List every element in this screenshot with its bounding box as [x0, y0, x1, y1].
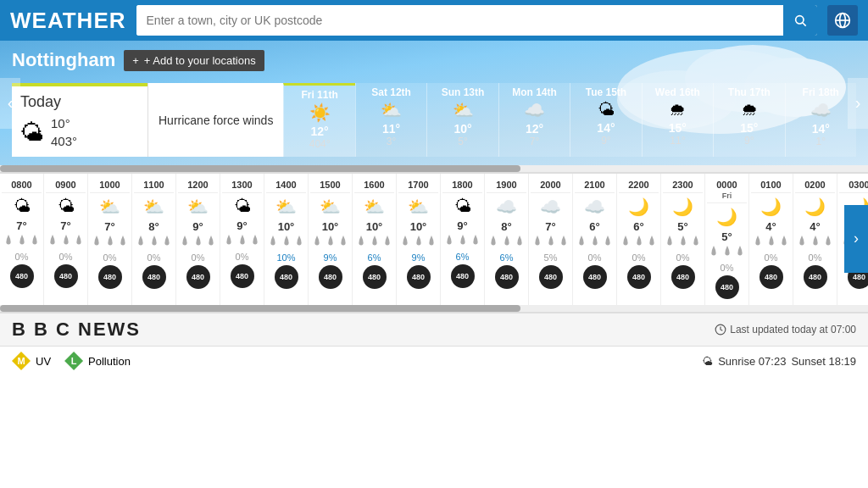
hour-rain-icon: [310, 236, 350, 250]
day-name: Sun 13th: [432, 86, 492, 98]
hour-temp: 10°: [310, 220, 350, 233]
hour-time: 0900: [46, 177, 86, 193]
hour-weather-icon: ⛅: [134, 197, 174, 217]
pollution-legend-item: L Pollution: [64, 352, 131, 370]
hour-rain-pct: 0%: [222, 252, 262, 262]
hour-time: 2200: [619, 177, 659, 193]
hour-rain-icon: [795, 236, 835, 250]
hour-weather-icon: 🌙: [663, 197, 703, 217]
day-icon: ☀️: [289, 103, 349, 123]
hour-temp: 4°: [751, 220, 791, 233]
today-card: Today 🌤 10° 403°: [12, 83, 147, 157]
day-card[interactable]: Wed 16th 🌧 15° 11°: [642, 83, 713, 157]
today-weather: 🌤 10° 403°: [20, 114, 139, 150]
day-icon: ⛅: [432, 100, 492, 120]
day-temp-hi: 12°: [289, 125, 349, 138]
hour-wind-badge: 480: [319, 265, 342, 289]
day-name: Fri 18th: [791, 86, 851, 98]
sun-icon: 🌤: [702, 355, 713, 368]
hourly-section[interactable]: 0800 🌤 7° 0% 480 0900 🌤 7° 0% 480 1000 ⛅…: [0, 172, 868, 305]
hour-column: 1700 ⛅ 10° 9% 480: [397, 174, 441, 305]
hour-temp: 6°: [575, 220, 615, 233]
globe-button[interactable]: [827, 5, 858, 36]
hour-column: 1300 🌤 9° 0% 480: [220, 174, 264, 305]
hour-weather-icon: 🌤: [46, 197, 86, 216]
next-day-button[interactable]: ›: [848, 78, 868, 129]
hour-column: 1500 ⛅ 10° 9% 480: [309, 174, 353, 305]
add-location-button[interactable]: + + Add to your locations: [124, 50, 264, 71]
hour-temp: 9°: [178, 220, 218, 233]
hourly-scrollbar-top[interactable]: [0, 165, 868, 172]
hour-weather-icon: ⛅: [178, 197, 218, 217]
day-card[interactable]: Mon 14th ☁️ 12° 7°: [498, 83, 570, 157]
hour-time: 2000: [531, 177, 570, 193]
search-input[interactable]: [136, 5, 783, 36]
hour-rain-pct: 0%: [795, 252, 835, 263]
hour-weather-icon: ⛅: [354, 197, 394, 217]
day-card[interactable]: Thu 17th 🌧 15° 9°: [713, 83, 784, 157]
hour-rain-icon: [134, 236, 174, 250]
hour-time: 2300: [663, 177, 703, 193]
hour-weather-icon: ☁️: [531, 197, 570, 217]
hour-temp: 9°: [442, 219, 482, 232]
hour-time: 1900: [487, 177, 526, 193]
hour-column: 1100 ⛅ 8° 0% 480: [132, 174, 176, 305]
add-icon: +: [132, 54, 139, 67]
hour-wind-badge: 480: [407, 265, 431, 289]
hour-rain-pct: 0%: [751, 252, 791, 263]
day-card[interactable]: Sat 12th ⛅ 11° 3°: [355, 83, 426, 157]
hour-rain-icon: [619, 236, 659, 250]
day-temp-hi: 15°: [648, 121, 708, 135]
hour-temp: 10°: [398, 220, 438, 233]
uv-badge: M: [12, 352, 31, 370]
day-temp-lo: 9°: [576, 135, 636, 147]
hour-time: 2100: [575, 177, 615, 193]
hour-time: 1300: [222, 177, 262, 193]
hour-temp: 9°: [222, 219, 262, 232]
hour-rain-pct: 0%: [2, 252, 42, 262]
hour-rain-pct: 9%: [310, 252, 350, 263]
prev-day-button[interactable]: ‹: [0, 78, 20, 129]
hour-rain-icon: [354, 236, 394, 250]
globe-icon: [834, 12, 851, 29]
today-weather-icon: 🌤: [20, 119, 44, 147]
day-name: Thu 17th: [719, 86, 779, 98]
hour-rain-pct: 5%: [531, 252, 570, 263]
hour-rain-icon: [442, 235, 482, 249]
hour-rain-icon: [707, 246, 747, 260]
hour-column: 0200 🌙 4° 0% 480: [793, 174, 837, 305]
day-name: Wed 16th: [648, 86, 708, 98]
day-icon: 🌧: [719, 100, 779, 119]
day-card[interactable]: Sun 13th ⛅ 10° 5°: [426, 83, 498, 157]
hour-rain-pct: 0%: [619, 252, 659, 263]
location-name: Nottingham: [12, 49, 115, 71]
day-name: Fri 11th: [289, 89, 349, 101]
day-icon: 🌤: [576, 100, 636, 119]
hour-temp: 5°: [707, 230, 747, 243]
app-title: WEATHER: [10, 8, 126, 34]
hour-temp: 7°: [46, 219, 86, 232]
day-card[interactable]: Tue 15th 🌤 14° 9°: [570, 83, 641, 157]
hourly-scrollbar-bottom[interactable]: [0, 305, 868, 312]
day-temp-lo: 1°: [791, 136, 851, 147]
hour-time: 0300: [839, 177, 868, 193]
days-forecast: Fri 11th ☀️ 12° 404° Sat 12th ⛅ 11° 3° S…: [283, 83, 856, 157]
day-card[interactable]: Fri 18th ☁️ 14° 1°: [785, 83, 856, 157]
pollution-badge: L: [64, 352, 83, 370]
search-button[interactable]: [783, 5, 817, 36]
hourly-next-button[interactable]: ›: [844, 205, 868, 273]
day-card[interactable]: Fri 11th ☀️ 12° 404°: [283, 83, 354, 157]
hour-column: 1400 ⛅ 10° 10% 480: [264, 174, 309, 305]
hour-rain-icon: [398, 236, 438, 250]
today-label: Today: [20, 93, 139, 111]
hour-weather-icon: ⛅: [90, 197, 130, 217]
day-temp-lo: 7°: [504, 136, 565, 147]
hour-rain-pct: 0%: [46, 252, 86, 262]
hour-rain-pct: 9%: [398, 252, 438, 263]
hour-wind-badge: 480: [583, 265, 607, 289]
hour-weather-icon: 🌙: [795, 197, 835, 217]
hour-weather-icon: ☁️: [487, 197, 526, 217]
footer-bar: M UV L Pollution 🌤 Sunrise 07:23 Sunset …: [0, 346, 868, 375]
uv-label: UV: [36, 355, 51, 368]
hour-column: 2200 🌙 6° 0% 480: [617, 174, 661, 305]
